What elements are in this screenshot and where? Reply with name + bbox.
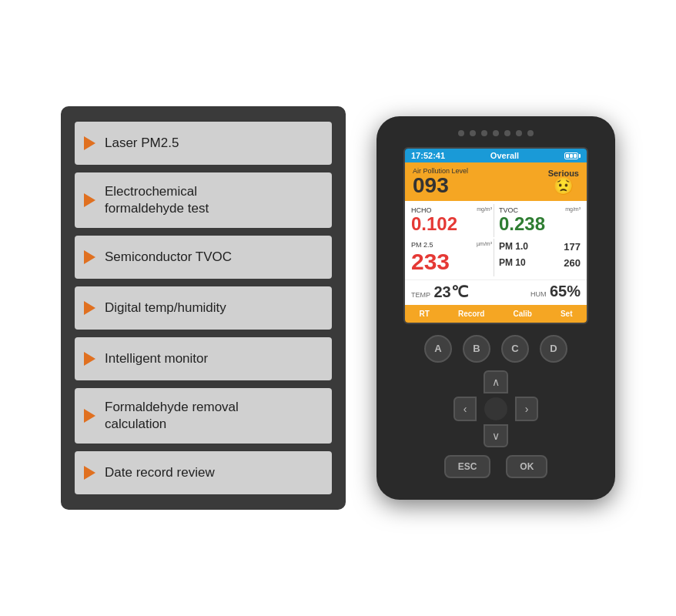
main-container: Laser PM2.5 Electrochemicalformaldehyde …: [0, 0, 676, 616]
pm10-row: PM 1.0 177: [499, 241, 581, 253]
temp-hum-row: TEMP 23℃ HUM 65%: [405, 280, 587, 305]
device-dots: [458, 130, 534, 136]
feature-date-record[interactable]: Date record review: [75, 451, 332, 494]
device-screen: 17:52:41 Overall Air Pollution Level 093: [403, 147, 588, 323]
arrow-icon: [84, 466, 95, 480]
readings-grid: HCHO mg/m³ 0.102 TVOC mg/m³ 0.238: [405, 201, 587, 279]
aqi-left: Air Pollution Level 093: [413, 167, 468, 196]
feature-intelligent-monitor[interactable]: Intelligent monitor: [75, 337, 332, 380]
screen-tabs: RT Record Calib Set: [405, 305, 587, 323]
abcd-buttons: A B C D: [424, 335, 567, 363]
temp-section: TEMP 23℃: [411, 283, 468, 301]
feature-label-formaldehyde: Formaldehyde removalcalculation: [105, 399, 239, 433]
button-d[interactable]: D: [540, 335, 567, 363]
arrow-icon: [84, 409, 95, 423]
dot-7: [527, 130, 534, 136]
hum-value: 65%: [550, 283, 581, 300]
pm10-label: PM 1.0: [499, 241, 528, 252]
pm10-val: 177: [564, 241, 581, 253]
dpad-right[interactable]: ›: [515, 397, 538, 421]
pm100-row: PM 10 260: [499, 257, 581, 269]
temp-value: 23℃: [433, 283, 467, 300]
pm100-label: PM 10: [499, 257, 526, 268]
dot-5: [504, 130, 510, 136]
tvoc-value: 0.238: [499, 214, 581, 234]
button-b[interactable]: B: [463, 335, 490, 363]
pm-small-cell: PM 1.0 177 PM 10 260: [497, 239, 582, 276]
hum-section: HUM 65%: [530, 283, 581, 301]
feature-electrochemical[interactable]: Electrochemicalformaldehyde test: [75, 172, 332, 228]
pm100-val: 260: [564, 257, 581, 269]
sad-face-icon: 😟: [553, 178, 574, 195]
screen-time: 17:52:41: [411, 151, 445, 160]
feature-label-date-record: Date record review: [105, 464, 215, 481]
feature-label-laser-pm25: Laser PM2.5: [105, 135, 179, 152]
dpad: ∧ ∨ ‹ ›: [453, 370, 538, 447]
dot-2: [470, 130, 476, 136]
button-a[interactable]: A: [424, 335, 452, 363]
dot-4: [493, 130, 499, 136]
temp-label: TEMP: [411, 291, 430, 299]
aqi-section: Air Pollution Level 093 Serious 😟: [405, 162, 587, 201]
feature-label-semiconductor: Semiconductor TVOC: [105, 249, 232, 266]
tab-rt[interactable]: RT: [415, 308, 434, 320]
screen-mode: Overall: [490, 151, 519, 160]
arrow-icon: [84, 193, 95, 207]
aqi-right: Serious 😟: [548, 169, 579, 195]
screen-header: 17:52:41 Overall: [405, 149, 587, 162]
hum-label: HUM: [530, 290, 547, 298]
feature-label-intelligent: Intelligent monitor: [105, 350, 208, 367]
feature-semiconductor-tvoc[interactable]: Semiconductor TVOC: [75, 236, 332, 279]
feature-laser-pm25[interactable]: Laser PM2.5: [75, 122, 332, 165]
esc-button[interactable]: ESC: [444, 455, 491, 478]
dpad-left[interactable]: ‹: [453, 397, 477, 421]
ok-button[interactable]: OK: [506, 455, 547, 478]
dpad-up[interactable]: ∧: [484, 370, 508, 393]
feature-label-digital-temp: Digital temp/humidity: [105, 300, 226, 316]
feature-digital-temp[interactable]: Digital temp/humidity: [75, 286, 332, 330]
arrow-icon: [84, 136, 95, 150]
tab-record[interactable]: Record: [453, 308, 489, 320]
feature-label-electrochemical: Electrochemicalformaldehyde test: [105, 183, 209, 217]
pm25-name: PM 2.5 µm/m³: [411, 241, 492, 249]
dot-6: [516, 130, 522, 136]
tab-calib[interactable]: Calib: [508, 308, 536, 320]
tvoc-cell: TVOC mg/m³ 0.238: [497, 204, 582, 236]
dpad-down[interactable]: ∨: [484, 424, 508, 447]
features-panel: Laser PM2.5 Electrochemicalformaldehyde …: [61, 106, 346, 510]
arrow-icon: [84, 352, 95, 366]
tab-set[interactable]: Set: [556, 308, 577, 320]
battery-icon: [564, 152, 581, 159]
arrow-icon: [84, 301, 95, 315]
arrow-icon: [84, 250, 95, 264]
dot-3: [481, 130, 487, 136]
esc-ok-row: ESC OK: [444, 455, 548, 478]
pm25-value: 233: [411, 249, 492, 274]
dpad-center: [484, 397, 507, 420]
air-quality-device: 17:52:41 Overall Air Pollution Level 093: [376, 116, 615, 499]
feature-formaldehyde-removal[interactable]: Formaldehyde removalcalculation: [75, 388, 332, 444]
hcho-cell: HCHO mg/m³ 0.102: [410, 204, 494, 236]
hcho-value: 0.102: [411, 214, 492, 234]
dot-1: [458, 130, 464, 136]
aqi-value: 093: [413, 175, 468, 196]
pm25-cell: PM 2.5 µm/m³ 233: [410, 239, 494, 276]
button-c[interactable]: C: [501, 335, 529, 363]
